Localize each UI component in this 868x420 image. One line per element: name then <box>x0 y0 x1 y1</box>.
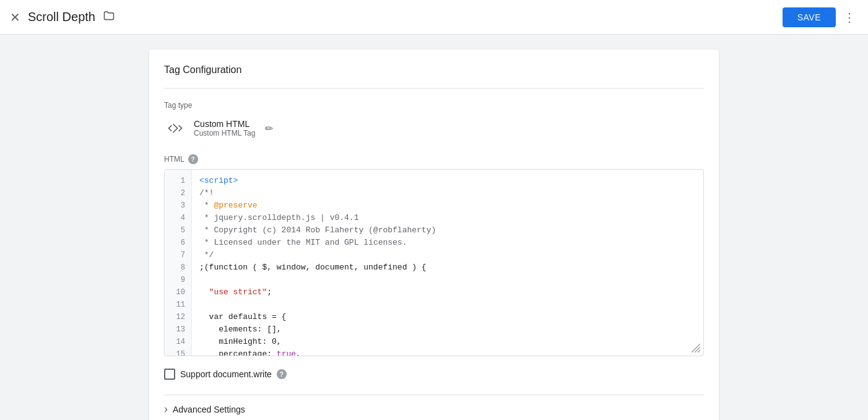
top-bar: ✕ Scroll Depth SAVE ⋮ <box>0 0 868 35</box>
close-icon[interactable]: ✕ <box>10 11 20 24</box>
line-number: 11 <box>165 299 191 311</box>
tag-type-sub: Custom HTML Tag <box>194 129 255 138</box>
line-numbers: 12345678910111213141516171819 <box>165 170 192 356</box>
html-label-row: HTML ? <box>164 154 704 164</box>
support-doc-write-help-icon[interactable]: ? <box>277 369 287 379</box>
top-bar-left: ✕ Scroll Depth <box>10 9 115 25</box>
section-title: Tag Configuration <box>164 64 704 76</box>
code-line: * Licensed under the MIT and GPL license… <box>199 237 703 249</box>
line-number: 7 <box>165 249 191 261</box>
code-editor[interactable]: 12345678910111213141516171819 <script>/*… <box>164 169 704 356</box>
code-line: "use strict"; <box>199 286 703 299</box>
code-line: */ <box>199 249 703 261</box>
code-line <box>199 274 703 286</box>
code-editor-inner[interactable]: 12345678910111213141516171819 <script>/*… <box>165 170 703 356</box>
code-line: minHeight: 0, <box>199 336 703 348</box>
code-line: * @preserve <box>199 199 703 212</box>
code-line <box>199 299 703 311</box>
code-line: * Copyright (c) 2014 Rob Flaherty (@robf… <box>199 224 703 237</box>
line-number: 13 <box>165 323 191 336</box>
tag-type-info: Custom HTML Custom HTML Tag <box>194 119 255 138</box>
code-line: * jquery.scrolldepth.js | v0.4.1 <box>199 212 703 224</box>
tag-type-name: Custom HTML <box>194 119 255 129</box>
html-label: HTML <box>164 155 184 164</box>
advanced-settings-label: Advanced Settings <box>173 405 245 414</box>
code-line: /*! <box>199 187 703 199</box>
line-number: 6 <box>165 237 191 249</box>
advanced-settings-row[interactable]: › Advanced Settings <box>164 395 704 420</box>
edit-tag-type-icon[interactable]: ✏ <box>265 123 273 134</box>
resize-handle[interactable] <box>691 343 701 353</box>
line-number: 5 <box>165 224 191 237</box>
line-number: 4 <box>165 212 191 224</box>
top-bar-right: SAVE ⋮ <box>783 7 858 27</box>
line-number: 14 <box>165 336 191 348</box>
svg-line-2 <box>698 350 700 352</box>
code-lines[interactable]: <script>/*! * @preserve * jquery.scrolld… <box>192 170 703 356</box>
save-button[interactable]: SAVE <box>783 7 836 27</box>
code-line: ;(function ( $, window, document, undefi… <box>199 261 703 274</box>
section-divider <box>164 88 704 89</box>
support-document-write-label: Support document.write <box>180 369 272 379</box>
line-number: 3 <box>165 199 191 212</box>
code-line: var defaults = { <box>199 311 703 323</box>
line-number: 9 <box>165 274 191 286</box>
svg-line-1 <box>695 347 700 352</box>
code-line: percentage: true, <box>199 348 703 356</box>
line-number: 1 <box>165 175 191 187</box>
code-line: <script> <box>199 175 703 187</box>
custom-html-icon <box>164 117 186 139</box>
line-number: 10 <box>165 286 191 299</box>
page-title: Scroll Depth <box>28 10 95 24</box>
tag-type-row: Custom HTML Custom HTML Tag ✏ <box>164 117 704 139</box>
line-number: 12 <box>165 311 191 323</box>
support-document-write-row: Support document.write ? <box>164 369 704 380</box>
support-document-write-checkbox[interactable] <box>164 369 175 380</box>
line-number: 8 <box>165 261 191 274</box>
more-options-icon[interactable]: ⋮ <box>841 7 858 27</box>
card: Tag Configuration Tag type Custom HTML C… <box>149 50 719 420</box>
chevron-right-icon: › <box>164 403 168 416</box>
folder-icon[interactable] <box>103 9 115 25</box>
main-content: Tag Configuration Tag type Custom HTML C… <box>0 35 868 420</box>
line-number: 2 <box>165 187 191 199</box>
code-line: elements: [], <box>199 323 703 336</box>
tag-type-label: Tag type <box>164 101 704 110</box>
help-icon[interactable]: ? <box>188 154 198 164</box>
line-number: 15 <box>165 348 191 356</box>
